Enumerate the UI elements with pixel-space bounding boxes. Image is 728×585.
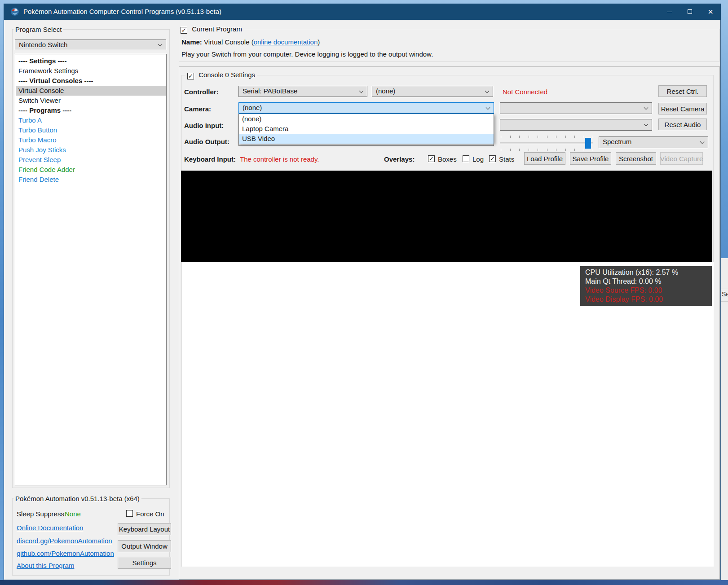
slider-ticks-bottom xyxy=(501,149,593,151)
chevron-down-icon xyxy=(486,105,490,110)
output-window-button[interactable]: Output Window xyxy=(118,540,171,552)
link-about-this-program[interactable]: About this Program xyxy=(17,561,74,570)
video-capture-button: Video Capture xyxy=(660,152,703,165)
controller-mode-dropdown[interactable]: (none) xyxy=(372,86,493,97)
program-list: ---- Settings ---- Framework Settings --… xyxy=(15,54,167,485)
console-settings-header: Console 0 Settings xyxy=(185,71,257,79)
reset-ctrl-button[interactable]: Reset Ctrl. xyxy=(658,85,707,97)
keyboard-input-label: Keyboard Input: xyxy=(184,155,236,164)
app-icon xyxy=(10,7,19,18)
reset-audio-button[interactable]: Reset Audio xyxy=(658,119,707,130)
overlay-boxes-label: Boxes xyxy=(438,155,457,164)
overlay-log-label: Log xyxy=(472,155,484,164)
background-window-sliver: Se xyxy=(721,258,728,580)
settings-button[interactable]: Settings xyxy=(118,557,171,569)
video-display xyxy=(181,171,712,262)
audio-format-dropdown[interactable] xyxy=(500,119,652,131)
list-item-prevent-sleep[interactable]: Prevent Sleep xyxy=(16,155,166,165)
overlay-boxes-checkbox[interactable] xyxy=(428,155,435,162)
camera-value: (none) xyxy=(243,104,262,111)
chevron-down-icon xyxy=(158,42,163,47)
keyboard-layout-button[interactable]: Keyboard Layout xyxy=(118,523,171,535)
save-profile-button[interactable]: Save Profile xyxy=(570,152,611,165)
stats-qt-thread: Main Qt Thread: 0.00 % xyxy=(585,277,712,286)
controller-value: Serial: PABotBase xyxy=(243,87,297,95)
controller-dropdown[interactable]: Serial: PABotBase xyxy=(238,86,367,97)
list-item-programs-header: ---- Programs ---- xyxy=(16,106,166,115)
camera-resolution-dropdown[interactable] xyxy=(500,102,652,114)
stats-video-display-fps: Video Display FPS: 0.00 xyxy=(585,295,712,304)
console-settings-checkbox[interactable] xyxy=(187,73,194,79)
current-program-header: Current Program xyxy=(180,25,244,34)
list-item-turbo-macro[interactable]: Turbo Macro xyxy=(16,135,166,145)
reset-camera-button[interactable]: Reset Camera xyxy=(658,103,707,114)
screenshot-button[interactable]: Screenshot xyxy=(616,152,656,165)
list-item-turbo-a[interactable]: Turbo A xyxy=(16,115,166,125)
chevron-down-icon xyxy=(644,106,649,110)
camera-dropdown-popup: (none) Laptop Camera USB Video xyxy=(238,114,494,143)
about-title: Pokémon Automation v0.51.13-beta (x64) xyxy=(13,495,141,502)
camera-option-laptop-camera[interactable]: Laptop Camera xyxy=(239,124,494,134)
force-on-checkbox[interactable] xyxy=(126,510,133,517)
close-icon: × xyxy=(708,7,713,16)
chevron-down-icon xyxy=(359,88,364,93)
visualizer-value: Spectrum xyxy=(603,138,631,145)
link-online-documentation[interactable]: Online Documentation xyxy=(17,523,83,532)
program-description: Play your Switch from your computer. Dev… xyxy=(181,50,433,59)
camera-option-none[interactable]: (none) xyxy=(239,114,494,124)
minimize-button[interactable] xyxy=(659,4,679,20)
current-program-title: Current Program xyxy=(189,25,242,33)
overlay-log-checkbox[interactable] xyxy=(463,155,469,162)
maximize-button[interactable] xyxy=(679,4,700,20)
program-category-value: Nintendo Switch xyxy=(19,41,67,48)
program-name-line: Name: Virtual Console (online documentat… xyxy=(181,38,320,47)
overlay-stats-checkbox[interactable] xyxy=(489,155,496,162)
list-item-virtual-consoles-header: ---- Virtual Consoles ---- xyxy=(16,76,166,86)
list-item-push-joy-sticks[interactable]: Push Joy Sticks xyxy=(16,145,166,155)
video-lower-area xyxy=(182,262,714,567)
list-item-virtual-console[interactable]: Virtual Console xyxy=(16,86,166,96)
program-select-title: Program Select xyxy=(13,26,63,33)
link-github[interactable]: github.com/PokemonAutomation xyxy=(17,549,114,558)
visualizer-dropdown[interactable]: Spectrum xyxy=(599,136,708,148)
list-item-settings-header: ---- Settings ---- xyxy=(16,56,166,66)
overlays-label: Overlays: xyxy=(384,155,415,164)
keyboard-status: The controller is not ready. xyxy=(240,155,319,164)
list-item-friend-code-adder[interactable]: Friend Code Adder xyxy=(16,165,166,175)
force-on-label: Force On xyxy=(136,510,164,519)
slider-ticks-top xyxy=(501,136,593,138)
program-category-dropdown[interactable]: Nintendo Switch xyxy=(15,40,166,50)
camera-option-usb-video[interactable]: USB Video xyxy=(239,134,494,144)
controller-label: Controller: xyxy=(184,88,219,97)
desktop: { "window": { "title": "Pokémon Automati… xyxy=(0,0,728,585)
close-button[interactable]: × xyxy=(700,4,721,20)
volume-slider-handle[interactable] xyxy=(585,138,591,149)
window-title: Pokémon Automation Computer-Control Prog… xyxy=(23,4,221,20)
list-item-switch-viewer[interactable]: Switch Viewer xyxy=(16,96,166,106)
chevron-down-icon xyxy=(485,88,490,93)
name-label: Name: xyxy=(181,38,202,46)
online-documentation-link[interactable]: online documentation xyxy=(254,38,318,46)
titlebar[interactable]: Pokémon Automation Computer-Control Prog… xyxy=(4,4,721,20)
divider xyxy=(721,289,728,289)
name-value: Virtual Console xyxy=(204,38,249,46)
stats-overlay: CPU Utilization (x16): 2.57 % Main Qt Th… xyxy=(580,266,712,306)
load-profile-button[interactable]: Load Profile xyxy=(524,152,565,165)
chevron-down-icon xyxy=(644,122,649,127)
minimize-icon xyxy=(667,12,672,12)
audio-input-label: Audio Input: xyxy=(184,121,224,130)
list-item-friend-delete[interactable]: Friend Delete xyxy=(16,175,166,185)
background-window-text: Se xyxy=(722,290,728,298)
list-item-framework-settings[interactable]: Framework Settings xyxy=(16,66,166,76)
camera-dropdown[interactable]: (none) xyxy=(238,102,494,114)
console-settings-title: Console 0 Settings xyxy=(196,71,255,79)
volume-slider[interactable] xyxy=(500,142,593,144)
list-item-turbo-button[interactable]: Turbo Button xyxy=(16,125,166,135)
divider xyxy=(721,301,728,302)
audio-output-label: Audio Output: xyxy=(184,137,229,146)
controller-mode-value: (none) xyxy=(376,87,395,95)
link-discord[interactable]: discord.gg/PokemonAutomation xyxy=(17,537,112,545)
paren-close: ) xyxy=(318,38,320,46)
current-program-checkbox[interactable] xyxy=(181,27,187,34)
desktop-wallpaper-strip xyxy=(0,580,728,585)
